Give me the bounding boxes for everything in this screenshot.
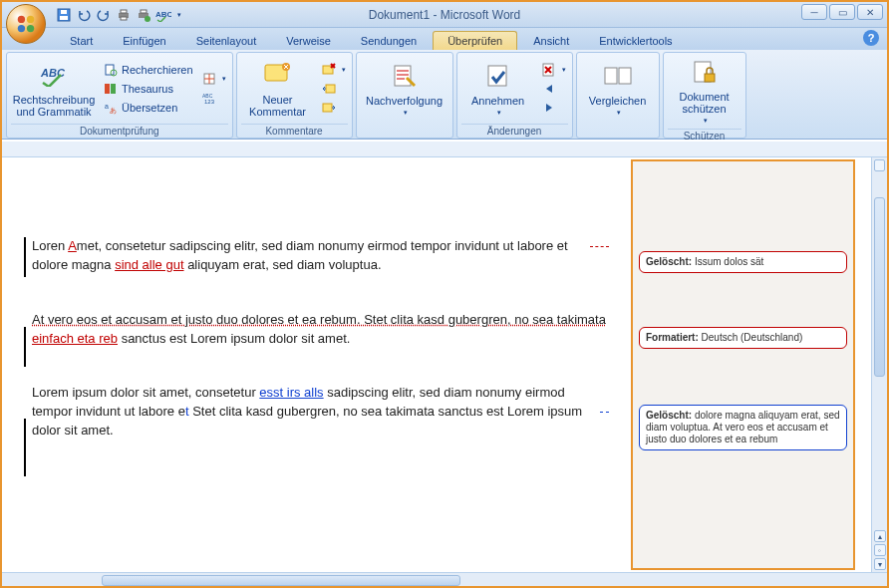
paragraph-3: Lorem ipsum dolor sit amet, consetetur e… — [32, 384, 607, 441]
help-icon[interactable]: ? — [863, 30, 879, 46]
svg-point-12 — [145, 16, 150, 22]
connector-line — [590, 246, 609, 247]
redo-icon[interactable] — [96, 7, 112, 23]
reject-button[interactable]: ▾ — [539, 61, 568, 79]
svg-rect-27 — [326, 85, 335, 93]
insertion-red: sind alle gut — [115, 257, 183, 272]
track-changes-label: Nachverfolgung — [366, 95, 443, 107]
connector-line — [600, 412, 609, 413]
horizontal-ruler[interactable] — [2, 142, 887, 157]
minimize-button[interactable]: ─ — [801, 4, 827, 20]
vertical-scrollbar[interactable]: ▴ ◦ ▾ — [871, 157, 887, 572]
spelling-grammar-label: Rechtschreibung und Grammatik — [13, 94, 96, 118]
svg-rect-32 — [605, 68, 617, 84]
print-icon[interactable] — [116, 7, 132, 23]
svg-point-1 — [27, 16, 34, 23]
tab-ueberpruefen[interactable]: Überprüfen — [433, 31, 517, 50]
group-comments: Neuer Kommentar ▾ Kommentare — [236, 52, 353, 139]
markup-balloons-pane: Gelöscht: Issum dolos sät Formatiert: De… — [631, 159, 855, 570]
scrollbar-thumb[interactable] — [102, 575, 460, 586]
svg-rect-8 — [121, 10, 127, 13]
tab-sendungen[interactable]: Sendungen — [347, 32, 431, 50]
track-changes-button[interactable]: Nachverfolgung▾ — [361, 55, 448, 122]
compare-label: Vergleichen — [589, 95, 647, 107]
balloon-deleted[interactable]: Gelöscht: dolore magna aliquyam erat, se… — [639, 405, 847, 450]
svg-rect-18 — [111, 84, 116, 94]
thesaurus-button[interactable]: Thesaurus — [101, 80, 195, 98]
tab-start[interactable]: Start — [56, 32, 107, 50]
prev-comment-button[interactable] — [319, 80, 348, 98]
next-comment-button[interactable] — [319, 99, 348, 117]
tab-seitenlayout[interactable]: Seitenlayout — [182, 32, 271, 50]
spelling-grammar-button[interactable]: ABC Rechtschreibung und Grammatik — [11, 55, 97, 122]
paragraph-1: Loren Amet, consetetur sadipscing elitr,… — [32, 237, 607, 275]
change-bar — [24, 419, 26, 476]
insertion-red: A — [68, 238, 77, 253]
svg-point-3 — [27, 25, 34, 32]
svg-rect-33 — [619, 68, 631, 84]
svg-point-0 — [18, 16, 25, 23]
document-page[interactable]: Loren Amet, consetetur sadipscing elitr,… — [2, 157, 631, 572]
group-proofing-label: Dokumentprüfung — [11, 124, 228, 138]
set-language-button[interactable]: ▾ — [199, 70, 228, 88]
group-proofing: ABC Rechtschreibung und Grammatik Recher… — [6, 52, 233, 139]
protect-label: Dokument schützen — [670, 91, 740, 115]
group-protect: Dokument schützen▾ Schützen — [663, 52, 746, 139]
undo-icon[interactable] — [76, 7, 92, 23]
spelling-icon[interactable]: ABC — [155, 7, 171, 23]
group-compare: Vergleichen▾ x — [576, 52, 660, 139]
svg-text:ABC: ABC — [40, 67, 66, 79]
maximize-button[interactable]: ▭ — [829, 4, 855, 20]
tab-ansicht[interactable]: Ansicht — [519, 32, 583, 50]
qat-customize-icon[interactable]: ▾ — [177, 11, 181, 19]
workspace: Loren Amet, consetetur sadipscing elitr,… — [2, 157, 887, 572]
svg-rect-29 — [395, 66, 411, 86]
svg-point-2 — [18, 25, 25, 32]
prev-change-button[interactable] — [539, 80, 568, 98]
svg-text:ABC: ABC — [155, 10, 171, 19]
accept-label: Annehmen — [471, 95, 524, 107]
save-icon[interactable] — [56, 7, 72, 23]
tab-verweise[interactable]: Verweise — [272, 32, 345, 50]
group-tracking: Nachverfolgung▾ x — [356, 52, 453, 139]
horizontal-scrollbar[interactable] — [2, 572, 887, 588]
change-bar — [24, 237, 26, 277]
close-button[interactable]: ✕ — [857, 4, 883, 20]
svg-rect-28 — [323, 104, 332, 112]
group-changes-label: Änderungen — [461, 124, 568, 138]
balloon-formatted[interactable]: Formatiert: Deutsch (Deutschland) — [639, 327, 847, 349]
svg-rect-5 — [60, 16, 68, 20]
ruler-toggle-button[interactable] — [874, 159, 885, 171]
office-button[interactable] — [6, 4, 46, 44]
insertion-red: einfach eta reb — [32, 331, 118, 346]
new-comment-button[interactable]: Neuer Kommentar — [241, 55, 315, 122]
svg-rect-11 — [141, 10, 147, 13]
title-bar: ABC ▾ Dokument1 - Microsoft Word ─ ▭ ✕ — [2, 2, 887, 28]
change-bar — [24, 327, 26, 367]
protect-button[interactable]: Dokument schützen▾ — [668, 55, 741, 127]
svg-text:123: 123 — [204, 99, 215, 105]
prev-page-button[interactable]: ▴ — [874, 530, 886, 542]
next-page-button[interactable]: ▾ — [874, 558, 886, 570]
scrollbar-thumb[interactable] — [874, 197, 885, 377]
new-comment-label: Neuer Kommentar — [243, 94, 313, 118]
delete-comment-button[interactable]: ▾ — [319, 61, 348, 79]
translate-button[interactable]: aあÜbersetzen — [101, 99, 195, 117]
word-count-button[interactable]: ABC123 — [199, 89, 228, 107]
tab-entwicklertools[interactable]: Entwicklertools — [585, 32, 686, 50]
svg-rect-9 — [121, 17, 127, 20]
svg-text:あ: あ — [110, 107, 117, 115]
insertion-blue: esst irs alls — [259, 385, 323, 400]
quick-access-toolbar: ABC ▾ — [56, 7, 181, 23]
tab-einfuegen[interactable]: Einfügen — [109, 32, 179, 50]
accept-button[interactable]: Annehmen▾ — [461, 55, 535, 122]
group-protect-label: Schützen — [668, 129, 741, 143]
balloon-deleted[interactable]: Gelöscht: Issum dolos sät — [639, 251, 847, 273]
compare-button[interactable]: Vergleichen▾ — [581, 55, 655, 122]
quick-print-icon[interactable] — [136, 7, 151, 23]
browse-object-button[interactable]: ◦ — [874, 544, 886, 556]
next-change-button[interactable] — [539, 99, 568, 117]
research-button[interactable]: Recherchieren — [101, 61, 195, 79]
window-controls: ─ ▭ ✕ — [801, 4, 883, 20]
formatted-text: At vero eos et accusam et justo duo dolo… — [32, 312, 606, 327]
